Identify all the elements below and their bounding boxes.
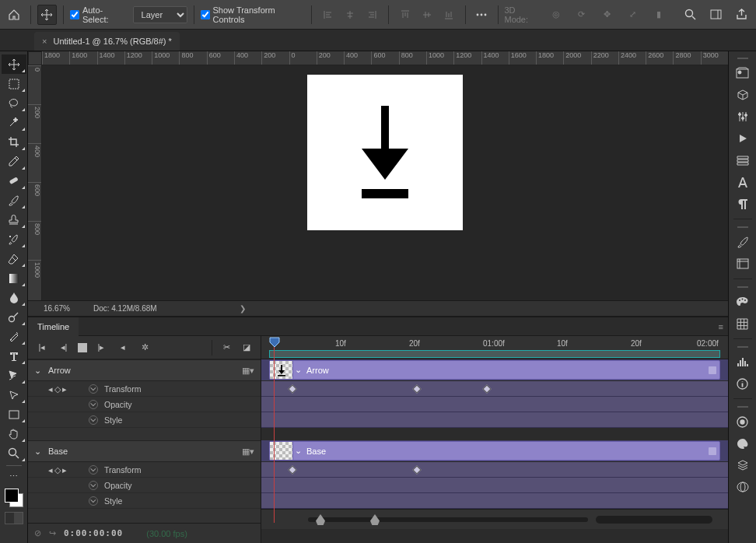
- histogram-icon[interactable]: [732, 352, 754, 371]
- align-vcenter-icon[interactable]: [417, 5, 437, 25]
- render-text[interactable]: (30.00 fps): [146, 529, 187, 538]
- move-tool-icon[interactable]: [37, 5, 57, 25]
- wand-tool[interactable]: [2, 113, 26, 132]
- ruler-horizontal[interactable]: 1800160014001200100080060040020002004006…: [42, 51, 728, 65]
- stopwatch-icon[interactable]: [89, 465, 98, 475]
- document-tab[interactable]: × Untitled-1 @ 16.7% (RGB/8#) *: [34, 32, 180, 51]
- properties-icon[interactable]: [732, 412, 754, 431]
- layer-property[interactable]: Style: [28, 412, 261, 428]
- keyframe-toggle-icon[interactable]: ◇: [54, 384, 61, 394]
- transition-icon[interactable]: ◪: [239, 340, 254, 356]
- timeline-scrollbar[interactable]: [596, 516, 712, 524]
- caret-down-icon[interactable]: ⌄: [295, 446, 302, 456]
- align-left-icon[interactable]: [318, 5, 338, 25]
- prev-keyframe-icon[interactable]: ◂: [48, 384, 53, 394]
- layers-panel-icon[interactable]: [732, 456, 754, 475]
- panel-menu-icon[interactable]: ≡: [719, 322, 723, 331]
- auto-select-dropdown[interactable]: Layer: [133, 6, 187, 23]
- keyframe-toggle-icon[interactable]: ◇: [54, 465, 61, 475]
- caret-down-icon[interactable]: ⌄: [34, 447, 42, 457]
- property-track[interactable]: [261, 397, 728, 412]
- align-hcenter-icon[interactable]: [340, 5, 360, 25]
- toggle-onion-icon[interactable]: ⊘: [34, 528, 41, 538]
- keyframe-icon[interactable]: [288, 384, 296, 393]
- zoom-slider[interactable]: [308, 517, 588, 522]
- align-bottom-icon[interactable]: [439, 5, 459, 25]
- prev-frame-icon[interactable]: ◂|: [56, 340, 72, 356]
- layer-property[interactable]: Opacity: [28, 397, 261, 412]
- property-track[interactable]: [261, 462, 728, 478]
- align-top-icon[interactable]: [395, 5, 415, 25]
- time-ruler[interactable]: 10f20f01:00f10f20f02:00f: [261, 336, 728, 359]
- blur-tool[interactable]: [2, 288, 26, 307]
- split-icon[interactable]: ✂: [219, 340, 234, 356]
- track-row[interactable]: ⌄Base+: [261, 440, 728, 462]
- work-area-bar[interactable]: [269, 350, 720, 358]
- layer-property[interactable]: Style: [28, 493, 261, 509]
- doc-size[interactable]: Doc: 4.12M/8.68M: [93, 304, 157, 313]
- home-icon[interactable]: [5, 5, 24, 25]
- stopwatch-icon[interactable]: [89, 415, 98, 425]
- layers-stack-icon[interactable]: [732, 151, 754, 170]
- pen-tool[interactable]: [2, 327, 26, 346]
- audio-icon[interactable]: ✲: [137, 340, 152, 356]
- stopwatch-icon[interactable]: [89, 384, 98, 394]
- stamp-tool[interactable]: [2, 210, 26, 229]
- ruler-vertical[interactable]: 02004006008001000: [28, 65, 42, 316]
- ruler-origin[interactable]: [28, 51, 42, 65]
- first-frame-icon[interactable]: |◂: [34, 340, 50, 356]
- libraries-icon[interactable]: [732, 64, 754, 82]
- info-icon[interactable]: [732, 374, 754, 393]
- show-transform-checkbox[interactable]: Show Transform Controls: [201, 5, 305, 24]
- brush-tool[interactable]: [2, 191, 26, 210]
- track-row[interactable]: ⌄Arrow+: [261, 359, 728, 381]
- edit-toolbar-icon[interactable]: ⋯: [2, 470, 26, 482]
- history-panel-icon[interactable]: [732, 254, 754, 273]
- auto-select-checkbox[interactable]: Auto-Select:: [70, 5, 127, 24]
- search-icon[interactable]: [681, 5, 700, 25]
- clip-end-handle[interactable]: [709, 447, 716, 455]
- layer-menu-icon[interactable]: ▦▾: [242, 447, 254, 457]
- timeline-tab[interactable]: Timeline: [28, 317, 79, 336]
- next-keyframe-icon[interactable]: ▸: [62, 465, 67, 475]
- stopwatch-icon[interactable]: [89, 400, 98, 409]
- crop-tool[interactable]: [2, 132, 26, 152]
- cc-libraries-icon[interactable]: [732, 434, 754, 453]
- zoom-tool[interactable]: [2, 443, 26, 463]
- stopwatch-icon[interactable]: [89, 481, 98, 490]
- hand-tool[interactable]: [2, 424, 26, 443]
- layer-property[interactable]: ◂◇▸Transform: [28, 381, 261, 397]
- brush-panel-icon[interactable]: [732, 233, 754, 251]
- convert-icon[interactable]: ↪: [49, 528, 56, 538]
- type-tool[interactable]: [2, 346, 26, 366]
- layer-property[interactable]: ◂◇▸Transform: [28, 462, 261, 478]
- property-track[interactable]: [261, 493, 728, 509]
- adjustments-icon[interactable]: [732, 107, 754, 126]
- last-frame-icon[interactable]: ◂: [115, 340, 131, 356]
- 3d-icon[interactable]: [732, 86, 754, 104]
- eraser-tool[interactable]: [2, 249, 26, 268]
- actions-play-icon[interactable]: [732, 129, 754, 148]
- eyedropper-tool[interactable]: [2, 152, 26, 171]
- play-icon[interactable]: [78, 343, 87, 352]
- character-icon[interactable]: [732, 173, 754, 191]
- path-tool[interactable]: [2, 366, 26, 385]
- workspace-icon[interactable]: [706, 5, 726, 25]
- layer-property[interactable]: Opacity: [28, 478, 261, 493]
- direct-select-tool[interactable]: [2, 385, 26, 405]
- color-swatch[interactable]: [3, 487, 25, 509]
- keyframe-icon[interactable]: [412, 465, 421, 474]
- property-track[interactable]: [261, 412, 728, 428]
- caret-down-icon[interactable]: ⌄: [34, 366, 42, 376]
- timecode[interactable]: 0:00:00:00: [64, 528, 123, 538]
- rectangle-tool[interactable]: [2, 405, 26, 424]
- layer-header[interactable]: ⌄Base▦▾: [28, 440, 261, 462]
- channels-icon[interactable]: [732, 478, 754, 496]
- artboard[interactable]: [307, 75, 463, 230]
- healing-tool[interactable]: [2, 171, 26, 191]
- layer-menu-icon[interactable]: ▦▾: [242, 366, 254, 376]
- keyframe-icon[interactable]: [482, 384, 491, 393]
- marquee-tool[interactable]: [2, 74, 26, 93]
- clip[interactable]: ⌄Arrow: [269, 360, 720, 380]
- status-menu-icon[interactable]: ❯: [240, 304, 246, 313]
